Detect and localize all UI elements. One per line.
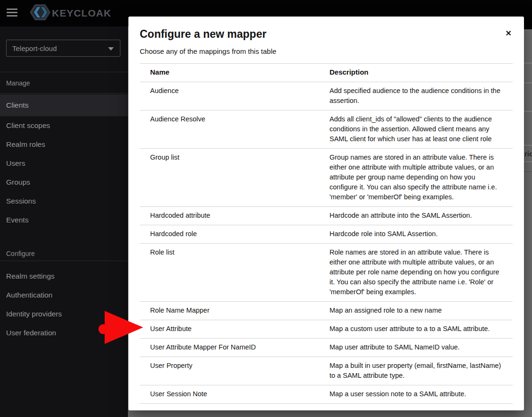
sidebar-nav-manage: Clients Client scopes Realm roles Users …	[0, 94, 128, 230]
mapper-name: Group list	[140, 149, 329, 207]
mapper-description: Adds all client_ids of "allowed" clients…	[329, 111, 513, 149]
sidebar-item-identity-providers[interactable]: Identity providers	[0, 305, 128, 323]
sidebar-item-groups[interactable]: Groups	[0, 173, 128, 192]
mapper-description: Map an assigned role to a new name	[329, 302, 513, 320]
sidebar-divider	[0, 72, 128, 72]
realm-selector[interactable]: Teleport-cloud	[6, 40, 120, 57]
sidebar-nav-configure: Realm settings Authentication Identity p…	[0, 267, 128, 342]
modal-title: Configure a new mapper	[140, 27, 513, 41]
table-row-group-list[interactable]: Group list Group names are stored in an …	[140, 149, 513, 207]
table-row-user-attribute[interactable]: User Attribute Map a custom user attribu…	[140, 320, 513, 339]
table-row-role-list[interactable]: Role list Role names are stored in an at…	[140, 244, 513, 302]
mapper-name: Audience	[140, 82, 329, 111]
sidebar-item-user-federation[interactable]: User federation	[0, 323, 128, 342]
table-row-user-attribute-mapper-for-nameid[interactable]: User Attribute Mapper For NameID Map use…	[140, 339, 513, 357]
sidebar-divider	[0, 93, 128, 94]
table-row-user-session-note[interactable]: User Session Note Map a user session not…	[140, 385, 513, 404]
mapper-description: Group names are stored in an attribute v…	[329, 149, 513, 207]
mapper-name: Role list	[140, 244, 329, 302]
mapper-name: User Session Note	[140, 385, 329, 404]
mapper-description: Map a user session note to a SAML attrib…	[329, 385, 513, 404]
mapper-name: Audience Resolve	[140, 111, 329, 149]
background-page-fragment: rio	[524, 150, 532, 158]
mapper-description: Add specified audience to the audience c…	[329, 82, 513, 111]
column-header-description: Description	[329, 64, 513, 82]
sidebar-item-events[interactable]: Events	[0, 211, 128, 230]
mapper-name: Hardcoded role	[140, 225, 329, 244]
sidebar-item-authentication[interactable]: Authentication	[0, 286, 128, 305]
modal-header: Configure a new mapper Choose any of the…	[128, 17, 524, 56]
mapper-name: User Property	[140, 357, 329, 385]
sidebar-item-users[interactable]: Users	[0, 154, 128, 173]
mapper-description: Hardcode an attribute into the SAML Asse…	[329, 207, 513, 225]
mapper-description: Map user attribute to SAML NameID value.	[329, 339, 513, 357]
column-header-name: Name	[140, 64, 329, 82]
hamburger-menu-icon[interactable]	[7, 8, 18, 19]
table-row-user-property[interactable]: User Property Map a built in user proper…	[140, 357, 513, 385]
modal-subtitle: Choose any of the mappings from this tab…	[140, 47, 513, 56]
mapper-description: Map a built in user property (email, fir…	[329, 357, 513, 385]
sidebar-section-manage-label: Manage	[6, 79, 30, 87]
dimmed-background-page	[524, 0, 532, 417]
sidebar-item-client-scopes[interactable]: Client scopes	[0, 116, 128, 135]
table-row-hardcoded-role[interactable]: Hardcoded role Hardcode role into SAML A…	[140, 225, 513, 244]
close-icon[interactable]: ✕	[506, 30, 512, 37]
sidebar-section-configure-label: Configure	[6, 250, 35, 257]
mapper-description: Role names are stored in an attribute va…	[329, 244, 513, 302]
sidebar-divider	[0, 261, 128, 261]
mapper-description: Hardcode role into SAML Assertion.	[329, 225, 513, 244]
sidebar-item-realm-settings[interactable]: Realm settings	[0, 267, 128, 286]
keycloak-logo[interactable]: KEYCLOAK	[29, 4, 111, 23]
chevron-down-icon	[108, 47, 114, 51]
table-row-audience[interactable]: Audience Add specified audience to the a…	[140, 82, 513, 111]
keycloak-logo-text: KEYCLOAK	[52, 8, 111, 19]
configure-mapper-modal: Configure a new mapper Choose any of the…	[128, 17, 524, 410]
mapper-description: Map a custom user attribute to a to a SA…	[329, 320, 513, 339]
table-row-role-name-mapper[interactable]: Role Name Mapper Map an assigned role to…	[140, 302, 513, 320]
mapper-table: Name Description Audience Add specified …	[140, 63, 513, 404]
sidebar-item-realm-roles[interactable]: Realm roles	[0, 135, 128, 154]
keycloak-admin-console: KEYCLOAK Teleport-cloud Manage Clients C…	[0, 0, 532, 417]
sidebar-item-sessions[interactable]: Sessions	[0, 192, 128, 211]
realm-selector-value: Teleport-cloud	[12, 44, 57, 52]
sidebar-item-clients[interactable]: Clients	[0, 94, 128, 116]
sidebar: Teleport-cloud Manage Clients Client sco…	[0, 26, 128, 417]
keycloak-logo-icon	[29, 2, 51, 24]
table-row-hardcoded-attribute[interactable]: Hardcoded attribute Hardcode an attribut…	[140, 207, 513, 225]
mapper-name: User Attribute Mapper For NameID	[140, 339, 329, 357]
mapper-name: Hardcoded attribute	[140, 207, 329, 225]
mapper-name: Role Name Mapper	[140, 302, 329, 320]
table-row-audience-resolve[interactable]: Audience Resolve Adds all client_ids of …	[140, 111, 513, 149]
mapper-name: User Attribute	[140, 320, 329, 339]
mapper-table-header-row: Name Description	[140, 64, 513, 82]
